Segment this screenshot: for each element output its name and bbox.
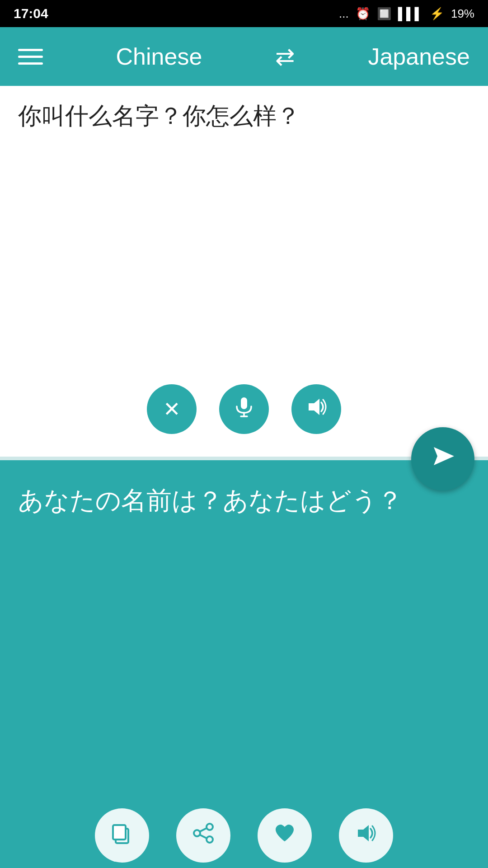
svg-point-7: [206, 824, 213, 830]
input-section: 你叫什么名字？你怎么样？ ✕: [0, 86, 488, 457]
clear-icon: ✕: [163, 397, 181, 421]
svg-marker-3: [309, 399, 319, 415]
signal-icon: ▌▌▌: [398, 7, 423, 21]
speaker-button[interactable]: [291, 384, 341, 434]
status-right: ... ⏰ 🔲 ▌▌▌ ⚡ 19%: [339, 7, 474, 21]
menu-button[interactable]: [18, 49, 43, 65]
source-language-label[interactable]: Chinese: [116, 43, 202, 70]
output-speaker-icon: [354, 821, 378, 850]
svg-line-11: [200, 835, 206, 838]
output-action-buttons: [95, 808, 393, 863]
svg-point-9: [206, 836, 213, 843]
menu-icon-line1: [18, 49, 43, 51]
share-button[interactable]: [176, 808, 230, 863]
source-text-input[interactable]: 你叫什么名字？你怎么样？: [18, 99, 470, 326]
copy-button[interactable]: [95, 808, 149, 863]
translated-text: あなたの名前は？あなたはどう？: [18, 483, 470, 518]
heart-icon: [273, 821, 296, 850]
status-bar: 17:04 ... ⏰ 🔲 ▌▌▌ ⚡ 19%: [0, 0, 488, 27]
target-language-label[interactable]: Japanese: [368, 43, 470, 70]
menu-icon-line2: [18, 56, 43, 58]
clock-icon: ⏰: [356, 7, 370, 21]
svg-marker-12: [358, 825, 369, 841]
status-dots: ...: [339, 7, 349, 21]
svg-rect-0: [241, 397, 247, 409]
translate-button[interactable]: [411, 427, 474, 491]
svg-point-8: [194, 830, 200, 836]
output-speaker-button[interactable]: [339, 808, 393, 863]
svg-marker-4: [434, 447, 454, 465]
output-section: あなたの名前は？あなたはどう？: [0, 460, 488, 868]
send-icon: [429, 443, 456, 476]
sim-icon: 🔲: [377, 7, 391, 21]
status-time: 17:04: [14, 6, 48, 21]
clear-button[interactable]: ✕: [147, 384, 197, 434]
battery-bolt-icon: ⚡: [430, 7, 444, 21]
speaker-icon: [306, 396, 327, 422]
copy-icon: [110, 821, 134, 850]
favorite-button[interactable]: [258, 808, 312, 863]
app-bar: Chinese ⇄ Japanese: [0, 27, 488, 86]
battery-level: 19%: [451, 7, 474, 21]
menu-icon-line3: [18, 62, 43, 65]
svg-line-10: [200, 828, 206, 831]
svg-rect-6: [113, 825, 126, 840]
swap-languages-button[interactable]: ⇄: [275, 43, 295, 70]
mic-icon: [234, 396, 254, 422]
share-icon: [192, 821, 215, 850]
microphone-button[interactable]: [219, 384, 269, 434]
input-action-buttons: ✕: [147, 384, 341, 434]
